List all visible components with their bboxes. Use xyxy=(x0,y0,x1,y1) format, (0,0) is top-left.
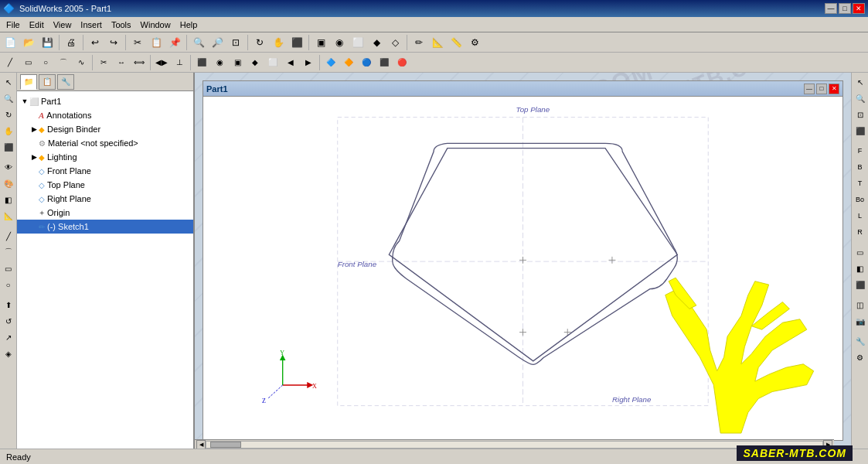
si-loft[interactable]: ◈ xyxy=(1,346,16,361)
tb-fit[interactable]: ⊡ xyxy=(227,34,244,51)
tb-undo[interactable]: ↩ xyxy=(87,34,104,51)
tb2-line[interactable]: ╱ xyxy=(2,54,19,71)
tb2-circle[interactable]: ○ xyxy=(37,54,54,71)
tb2-3d5[interactable]: ⬜ xyxy=(264,54,281,71)
menu-file[interactable]: File xyxy=(2,19,25,31)
window-controls[interactable]: — □ ✕ xyxy=(825,3,865,14)
si-appear[interactable]: 🎨 xyxy=(1,176,16,191)
close-button[interactable]: ✕ xyxy=(853,3,865,14)
tb-sketch2[interactable]: 📐 xyxy=(429,34,446,51)
minimize-button[interactable]: — xyxy=(825,3,837,14)
rt-fit[interactable]: ⊡ xyxy=(853,107,868,122)
tb-feature1[interactable]: ▣ xyxy=(312,34,329,51)
tb-pan[interactable]: ✋ xyxy=(270,34,287,51)
tree-item-lighting[interactable]: ▶ ◆ Lighting xyxy=(17,150,193,164)
tb2-spline[interactable]: ∿ xyxy=(73,54,90,71)
tb2-3d2[interactable]: ◉ xyxy=(211,54,228,71)
rt-section[interactable]: ◫ xyxy=(853,297,868,312)
tb2-3d1[interactable]: ⬛ xyxy=(193,54,210,71)
tb-feature5[interactable]: ◇ xyxy=(386,34,403,51)
tb-redo[interactable]: ↪ xyxy=(105,34,122,51)
tb-paste[interactable]: 📌 xyxy=(166,34,183,51)
menu-view[interactable]: View xyxy=(49,19,77,31)
si-circle2[interactable]: ○ xyxy=(1,277,16,292)
tb-rotate[interactable]: ↻ xyxy=(251,34,268,51)
rt-top[interactable]: T xyxy=(853,176,868,191)
tb2-arc[interactable]: ⌒ xyxy=(55,54,72,71)
menu-insert[interactable]: Insert xyxy=(76,19,107,31)
canvas-area[interactable]: SABER-MTB.COM SABER-MTB.COM SABER-MTB.CO… xyxy=(195,73,851,449)
si-zoom[interactable]: 🔍 xyxy=(1,90,16,106)
menu-edit[interactable]: Edit xyxy=(25,19,49,31)
menu-window[interactable]: Window xyxy=(136,19,175,31)
si-select[interactable]: ↖ xyxy=(1,74,16,90)
rt-right[interactable]: R xyxy=(853,224,868,240)
tree-item-material[interactable]: ⚙ Material <not specified> xyxy=(17,136,193,150)
scroll-thumb-h[interactable] xyxy=(210,442,241,448)
tb2-mirror[interactable]: ⟺ xyxy=(131,54,148,71)
si-rotate[interactable]: ↻ xyxy=(1,107,16,122)
si-measure[interactable]: 📐 xyxy=(1,208,16,223)
si-rect2[interactable]: ▭ xyxy=(1,261,16,276)
tree-item-origin[interactable]: ✦ Origin xyxy=(17,206,193,220)
si-section[interactable]: ◧ xyxy=(1,192,16,207)
rt-left[interactable]: L xyxy=(853,208,868,223)
tb-save[interactable]: 💾 xyxy=(39,34,56,51)
tb-open[interactable]: 📂 xyxy=(20,34,37,51)
tb2-dim[interactable]: ◀▶ xyxy=(153,54,170,71)
tree-item-right-plane[interactable]: ◇ Right Plane xyxy=(17,192,193,206)
tb-feature3[interactable]: ⬜ xyxy=(349,34,366,51)
menu-tools[interactable]: Tools xyxy=(107,19,136,31)
rt-select[interactable]: ↖ xyxy=(853,74,868,90)
vp-close[interactable]: ✕ xyxy=(829,84,839,94)
tb-copy[interactable]: 📋 xyxy=(148,34,165,51)
rt-back[interactable]: B xyxy=(853,159,868,175)
rt-camera[interactable]: 📷 xyxy=(853,313,868,329)
tb-feature4[interactable]: ◆ xyxy=(368,34,385,51)
vp-minimize[interactable]: — xyxy=(804,84,815,94)
tb-view-3d[interactable]: ⬛ xyxy=(288,34,305,51)
rt-zoom[interactable]: 🔍 xyxy=(853,90,868,106)
tb2-relation[interactable]: ⊥ xyxy=(171,54,188,71)
si-pan[interactable]: ✋ xyxy=(1,123,16,138)
tb-new[interactable]: 📄 xyxy=(2,34,19,51)
tree-tab-config[interactable]: 🔧 xyxy=(57,74,74,90)
si-revolve[interactable]: ↺ xyxy=(1,313,16,329)
tb2-mat5[interactable]: 🔴 xyxy=(393,54,410,71)
si-line2[interactable]: ╱ xyxy=(1,228,16,244)
tb2-3d3[interactable]: ▣ xyxy=(229,54,246,71)
tb2-mat3[interactable]: 🔵 xyxy=(358,54,375,71)
tree-item-part1[interactable]: ▼ ⬜ Part1 xyxy=(17,94,193,108)
tb-sketch1[interactable]: ✏ xyxy=(410,34,427,51)
rt-shaded[interactable]: ⬛ xyxy=(853,277,868,292)
tb2-extend[interactable]: ↔ xyxy=(113,54,130,71)
tb-feature2[interactable]: ◉ xyxy=(331,34,348,51)
tb-zoom-in[interactable]: 🔍 xyxy=(190,34,207,51)
tree-item-design-binder[interactable]: ▶ ◆ Design Binder xyxy=(17,122,193,136)
rt-toolbox2[interactable]: ⚙ xyxy=(853,350,868,365)
rt-hidden[interactable]: ◧ xyxy=(853,261,868,276)
maximize-button[interactable]: □ xyxy=(839,3,851,14)
si-arc2[interactable]: ⌒ xyxy=(1,244,16,260)
tb2-rect[interactable]: ▭ xyxy=(19,54,36,71)
tb2-3d7[interactable]: ▶ xyxy=(300,54,317,71)
tb-sketch3[interactable]: 📏 xyxy=(448,34,465,51)
si-extrude[interactable]: ⬆ xyxy=(1,297,16,312)
tree-item-front-plane[interactable]: ◇ Front Plane xyxy=(17,164,193,178)
si-view[interactable]: ⬛ xyxy=(1,139,16,155)
tb2-3d6[interactable]: ◀ xyxy=(282,54,299,71)
tb-cut[interactable]: ✂ xyxy=(129,34,146,51)
tree-item-sketch1[interactable]: ✏ (-) Sketch1 xyxy=(17,220,193,234)
rt-bottom[interactable]: Bo xyxy=(853,192,868,207)
si-sweep[interactable]: ↗ xyxy=(1,329,16,345)
viewport-controls[interactable]: — □ ✕ xyxy=(804,84,839,94)
scroll-left-button[interactable]: ◀ xyxy=(196,440,206,449)
rt-view3d[interactable]: ⬛ xyxy=(853,123,868,138)
tb2-mat1[interactable]: 🔷 xyxy=(322,54,339,71)
tb-zoom-out[interactable]: 🔎 xyxy=(209,34,226,51)
vp-maximize[interactable]: □ xyxy=(816,84,827,94)
tree-tab-feature[interactable]: 📁 xyxy=(20,74,37,90)
tb2-mat4[interactable]: ⬛ xyxy=(376,54,393,71)
si-hide[interactable]: 👁 xyxy=(1,159,16,175)
tb-options[interactable]: ⚙ xyxy=(466,34,483,51)
